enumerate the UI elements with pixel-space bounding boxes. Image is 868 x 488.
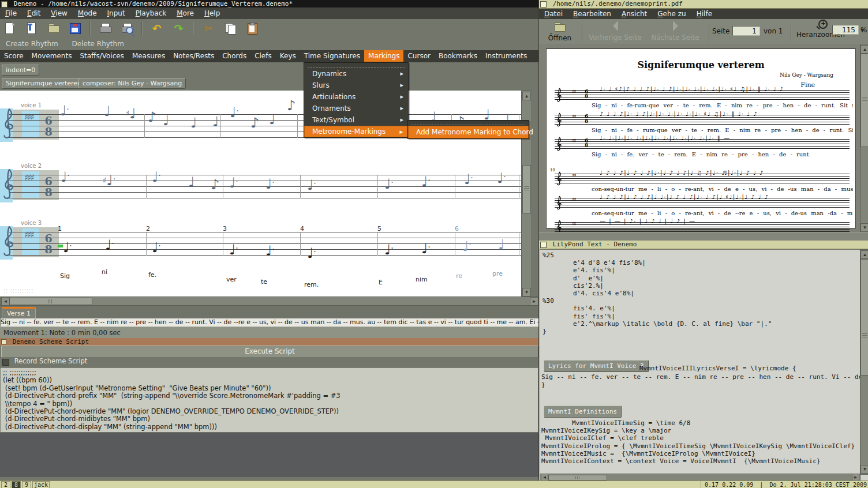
note[interactable]: ♩· — [152, 168, 161, 184]
lyric-syllable[interactable]: E — [379, 279, 383, 286]
chevron-down-icon[interactable]: ▾ — [860, 26, 864, 34]
menu-item-text-symbol[interactable]: Text/Symbol▸ — [304, 114, 408, 126]
save-icon[interactable] — [69, 22, 81, 35]
lilypond-text-editor[interactable]: %25 e'4 d'8 e'4 fis'8%| e'4. fis'%| d' e… — [540, 249, 860, 475]
definitions-section-button[interactable]: MvmntI Definitions — [544, 406, 622, 418]
note[interactable]: ♩· — [230, 104, 239, 119]
new-file-icon[interactable] — [3, 22, 16, 35]
menu-tearoff[interactable] — [411, 122, 525, 125]
note[interactable]: ♩· — [265, 175, 275, 191]
menu-staffs-voices[interactable]: Staffs/Voices — [76, 50, 128, 62]
scheme-script-editor[interactable]: ;; ;;;;;;;;;;;; (let ((bpm 60)) (set! bp… — [0, 367, 538, 433]
note[interactable]: ♪ — [250, 116, 259, 130]
note[interactable]: ♪ — [211, 178, 219, 192]
score-title-button[interactable]: Signiferumque verterem — [2, 78, 88, 89]
note[interactable]: ♩· — [497, 170, 506, 185]
menu-bearbeiten[interactable]: Bearbeiten — [568, 9, 616, 19]
menu-notes-rests[interactable]: Notes/Rests — [169, 50, 218, 62]
lyric-syllable[interactable]: re — [456, 272, 462, 280]
note[interactable]: ♩· — [464, 171, 473, 186]
note[interactable]: ♪ — [287, 99, 295, 112]
scroll-down-icon[interactable]: ▾ — [522, 288, 531, 296]
note[interactable]: ♩· — [63, 239, 72, 254]
menu-gehe-zu[interactable]: Gehe zu — [652, 9, 691, 19]
paste-icon[interactable] — [246, 22, 259, 35]
note[interactable]: ♩ — [269, 112, 275, 126]
scroll-down-icon[interactable]: ▾ — [860, 465, 868, 474]
open-button[interactable]: Öffnen — [544, 21, 576, 42]
menu-edit[interactable]: Edit — [22, 7, 46, 19]
execute-script-button[interactable]: Execute Script — [1, 346, 538, 358]
menu-cursor[interactable]: Cursor — [403, 50, 434, 62]
lilypond-vertical-scrollbar[interactable]: ▴ ▾ — [860, 249, 868, 475]
lyric-syllable[interactable]: fe. — [148, 271, 156, 279]
menu-view[interactable]: View — [46, 7, 72, 19]
new-wizard-icon[interactable] — [25, 22, 38, 35]
score-composer-button[interactable]: composer: Nils Gey - Wargsang — [78, 78, 186, 89]
scroll-right-icon[interactable]: ▸ — [530, 297, 538, 306]
note[interactable]: ♩· — [265, 242, 275, 258]
menu-help[interactable]: Help — [199, 7, 225, 19]
menu-hilfe[interactable]: Hilfe — [691, 9, 717, 19]
note[interactable]: ♩ — [212, 115, 219, 129]
note[interactable]: ♪ — [148, 110, 156, 124]
menu-mode[interactable]: Mode — [73, 7, 102, 19]
note[interactable]: ♩· — [60, 102, 69, 118]
menu-item-metronome-markings[interactable]: Metronome-Markings▸ — [304, 126, 408, 137]
menu-measures[interactable]: Measures — [128, 50, 169, 62]
copy-icon[interactable] — [224, 22, 237, 35]
pdf-content-area[interactable]: Signiferumque verterem Nils Gey - Wargsa… — [539, 44, 860, 232]
note[interactable]: ♩· — [421, 173, 431, 189]
lilypond-code-block[interactable]: %25 e'4 d'8 e'4 fis'8%| e'4. fis'%| d' e… — [542, 251, 772, 335]
lilypond-definitions-block[interactable]: MvmntIVoiceITimeSig = \time 6/8 MvmntIVo… — [541, 419, 855, 475]
note[interactable]: ♩· — [462, 238, 472, 253]
scroll-up-icon[interactable]: ▴ — [860, 250, 868, 259]
lyric-syllable[interactable]: te — [261, 278, 267, 286]
scrollbar-thumb[interactable] — [860, 54, 868, 147]
note[interactable]: ♩· — [421, 240, 431, 256]
menu-markings[interactable]: Markings — [364, 50, 403, 62]
note[interactable]: ♩· — [307, 177, 316, 192]
record-scheme-checkbox[interactable] — [2, 359, 9, 366]
scrollbar-thumb[interactable] — [9, 298, 92, 305]
note[interactable]: ♩ — [498, 238, 504, 251]
note[interactable]: ♩· — [307, 245, 316, 260]
scrollbar-thumb[interactable] — [860, 259, 868, 376]
open-icon[interactable] — [47, 22, 60, 35]
menu-file[interactable]: File — [0, 7, 22, 19]
menu-time-signatures[interactable]: Time Signatures — [300, 50, 364, 62]
taskbar-button-2[interactable]: 2 — [1, 481, 10, 488]
menu-movements[interactable]: Movements — [28, 50, 76, 62]
lyric-syllable[interactable]: nim — [416, 276, 428, 283]
menu-tearoff[interactable] — [308, 64, 405, 67]
scroll-up-icon[interactable]: ▴ — [860, 45, 868, 54]
note[interactable]: ♩· — [152, 239, 161, 254]
scrollbar-thumb[interactable] — [522, 165, 531, 213]
note[interactable]: ♯♩· — [103, 172, 115, 187]
menu-bookmarks[interactable]: Bookmarks — [435, 50, 481, 62]
pdf-viewer-titlebar[interactable]: /home/nils/.denemo/denemoprint.pdf — [539, 0, 868, 9]
lilypond-titlebar[interactable]: LilyPond Text - Denemo — [539, 241, 868, 249]
menu-instruments[interactable]: Instruments — [481, 50, 531, 62]
note[interactable]: ♩· — [384, 175, 394, 191]
menu-score[interactable]: Score — [0, 50, 28, 62]
redo-icon[interactable]: ↷ — [172, 22, 185, 35]
taskbar-button-8[interactable]: 8 — [12, 481, 21, 488]
print-preview-icon[interactable] — [121, 22, 133, 35]
print-icon[interactable] — [99, 22, 111, 35]
note[interactable]: ♩· — [61, 168, 70, 184]
scroll-left-icon[interactable]: ◂ — [1, 297, 10, 306]
scheme-script-titlebar[interactable]: Denemo Scheme Script — [0, 338, 538, 346]
next-page-button[interactable]: Nächste Seite — [648, 21, 703, 42]
note[interactable]: ♩ — [190, 116, 197, 130]
menu-item-ornaments[interactable]: Ornaments▸ — [304, 103, 408, 114]
note[interactable]: ♩· — [229, 241, 238, 257]
scroll-up-icon[interactable]: ▴ — [522, 92, 531, 100]
scroll-down-icon[interactable]: ▾ — [860, 223, 868, 232]
menu-playback[interactable]: Playback — [130, 7, 172, 19]
menu-item-add-metronome-marking[interactable]: Add Metronome Marking to Chord — [408, 126, 529, 138]
taskbar-button-9[interactable]: 9 — [22, 481, 31, 488]
lyric-syllable[interactable]: ver — [226, 276, 237, 283]
lyrics-section-button[interactable]: Lyrics for MvmntI Voice 3 — [544, 360, 649, 372]
lyric-syllable[interactable]: pre — [492, 270, 503, 277]
